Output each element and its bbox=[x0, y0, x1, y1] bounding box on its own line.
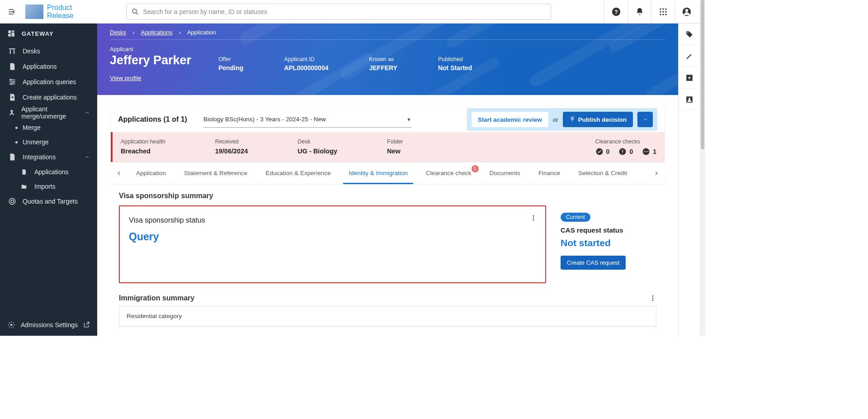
help-icon: ? bbox=[611, 7, 621, 17]
sidebar-sub-integrations-applications[interactable]: Applications bbox=[0, 165, 97, 179]
applicant-id-value: APL000000004 bbox=[284, 64, 328, 71]
help-button[interactable]: ? bbox=[604, 0, 627, 24]
publish-decision-dropdown[interactable] bbox=[637, 112, 653, 127]
right-rail bbox=[678, 24, 700, 336]
tab-label: Finance bbox=[538, 170, 560, 176]
sidebar-item-desks[interactable]: Desks bbox=[0, 43, 97, 59]
brand-line2: Release bbox=[47, 12, 74, 20]
application-health-row: Application healthBreached Received19/06… bbox=[111, 132, 665, 162]
svg-point-25 bbox=[9, 198, 15, 205]
sidebar-item-merge-unmerge[interactable]: Applicant merge/unmerge bbox=[0, 105, 97, 120]
brand-text: Product Release bbox=[47, 4, 74, 19]
sidebar-sub-merge[interactable]: Merge bbox=[0, 120, 97, 135]
tab-finance[interactable]: Finance bbox=[529, 162, 569, 184]
svg-point-41 bbox=[652, 300, 654, 301]
applicant-banner: Desks › Applications › Application Appli… bbox=[97, 24, 678, 95]
sidebar-sub-integrations-imports[interactable]: Imports bbox=[0, 179, 97, 194]
start-academic-review-button[interactable]: Start academic review bbox=[472, 112, 548, 127]
dashboard-icon bbox=[7, 29, 15, 38]
application-select[interactable]: Biology BSc(Hons) - 3 Years - 2024-25 - … bbox=[203, 111, 411, 128]
immigration-menu[interactable] bbox=[649, 295, 656, 302]
tab-label: Education & Experience bbox=[265, 170, 330, 176]
tab-label: Documents bbox=[490, 170, 520, 176]
svg-rect-5 bbox=[662, 8, 664, 10]
chevron-down-icon bbox=[643, 117, 648, 122]
sidebar-label: Applicant merge/unmerge bbox=[21, 105, 85, 120]
tags-button[interactable] bbox=[679, 24, 700, 45]
brand-logo bbox=[25, 5, 43, 19]
table-row: Residential category bbox=[119, 306, 656, 326]
search-input[interactable] bbox=[143, 8, 546, 15]
tab-clearance-check[interactable]: Clearance check1 bbox=[417, 162, 481, 184]
breadcrumb-desks[interactable]: Desks bbox=[110, 29, 126, 36]
tab-application[interactable]: Application bbox=[127, 162, 175, 184]
svg-text:?: ? bbox=[614, 8, 618, 15]
tab-education-experience[interactable]: Education & Experience bbox=[256, 162, 340, 184]
published-value: Not Started bbox=[438, 64, 472, 71]
apps-grid-icon bbox=[659, 8, 667, 16]
account-button[interactable] bbox=[675, 0, 698, 24]
svg-point-38 bbox=[533, 219, 534, 221]
sidebar-item-queries[interactable]: Application queries bbox=[0, 74, 97, 90]
error-circle-icon bbox=[618, 148, 627, 156]
breadcrumb-applications[interactable]: Applications bbox=[141, 29, 172, 36]
add-note-button[interactable] bbox=[679, 67, 700, 89]
view-profile-link[interactable]: View profile bbox=[110, 75, 191, 81]
check-count: 0 bbox=[606, 148, 610, 155]
chevron-right-icon: › bbox=[179, 29, 181, 36]
tab-selection-credit[interactable]: Selection & Credit bbox=[569, 162, 636, 184]
tabs-scroll-right[interactable] bbox=[648, 162, 665, 184]
immigration-table: Residential category bbox=[119, 306, 656, 327]
publish-decision-label: Publish decision bbox=[578, 116, 627, 123]
tabs-scroll-left[interactable] bbox=[111, 162, 127, 184]
check-count: 1 bbox=[653, 148, 656, 155]
publish-decision-button[interactable]: Publish decision bbox=[563, 112, 633, 127]
chevron-right-icon: › bbox=[132, 29, 134, 36]
sidebar-admissions-settings[interactable]: Admissions Settings bbox=[0, 314, 97, 336]
contact-button[interactable] bbox=[679, 89, 700, 110]
svg-point-34 bbox=[646, 151, 646, 152]
sidebar-label: Applications bbox=[34, 168, 69, 176]
health-label: Application health bbox=[121, 138, 165, 145]
svg-rect-11 bbox=[662, 14, 664, 15]
known-as-value: JEFFERY bbox=[369, 64, 397, 71]
desk-label: Desk bbox=[297, 138, 337, 145]
tab-label: Application bbox=[136, 170, 166, 176]
folder-label: Folder bbox=[387, 138, 403, 145]
brand-line1: Product bbox=[47, 4, 74, 12]
folder-icon bbox=[21, 183, 30, 190]
sidebar-sub-unmerge[interactable]: Unmerge bbox=[0, 135, 97, 149]
sidebar-item-applications[interactable]: Applications bbox=[0, 59, 97, 74]
search-bar[interactable] bbox=[126, 4, 551, 20]
sidebar-label: Application queries bbox=[23, 78, 76, 86]
edit-button[interactable] bbox=[679, 45, 700, 67]
apps-button[interactable] bbox=[651, 0, 675, 24]
tab-identity-immigration[interactable]: Identity & Immigration bbox=[340, 162, 417, 184]
sidebar-item-create-applications[interactable]: Create applications bbox=[0, 90, 97, 105]
sidebar: GATEWAY Desks Applications Application q… bbox=[0, 24, 97, 336]
visa-status-value: Query bbox=[129, 231, 536, 243]
notifications-button[interactable] bbox=[627, 0, 651, 24]
visa-card-menu[interactable] bbox=[530, 214, 537, 222]
or-text: or bbox=[553, 116, 558, 123]
offer-value: Pending bbox=[218, 64, 243, 71]
tab-statement-reference[interactable]: Statement & Reference bbox=[175, 162, 256, 184]
svg-point-39 bbox=[652, 295, 654, 297]
svg-line-1 bbox=[137, 13, 138, 14]
sidebar-label: Applications bbox=[23, 63, 57, 70]
tab-badge: 1 bbox=[472, 165, 479, 172]
sidebar-item-integrations[interactable]: Integrations bbox=[0, 149, 97, 165]
scrollbar-thumb[interactable] bbox=[701, 0, 704, 149]
create-cas-request-button[interactable]: Create CAS request bbox=[561, 256, 626, 270]
search-icon bbox=[131, 8, 139, 16]
folder-value: New bbox=[387, 148, 403, 155]
scrollbar[interactable] bbox=[700, 0, 705, 336]
svg-rect-31 bbox=[623, 153, 623, 154]
sidebar-item-quotas[interactable]: Quotas and Targets bbox=[0, 194, 97, 209]
menu-toggle-button[interactable] bbox=[2, 2, 22, 22]
tab-documents[interactable]: Documents bbox=[481, 162, 529, 184]
svg-point-27 bbox=[10, 324, 13, 326]
clearance-checks-label: Clearance checks bbox=[595, 138, 656, 145]
svg-point-40 bbox=[652, 298, 654, 299]
svg-point-26 bbox=[11, 200, 14, 203]
